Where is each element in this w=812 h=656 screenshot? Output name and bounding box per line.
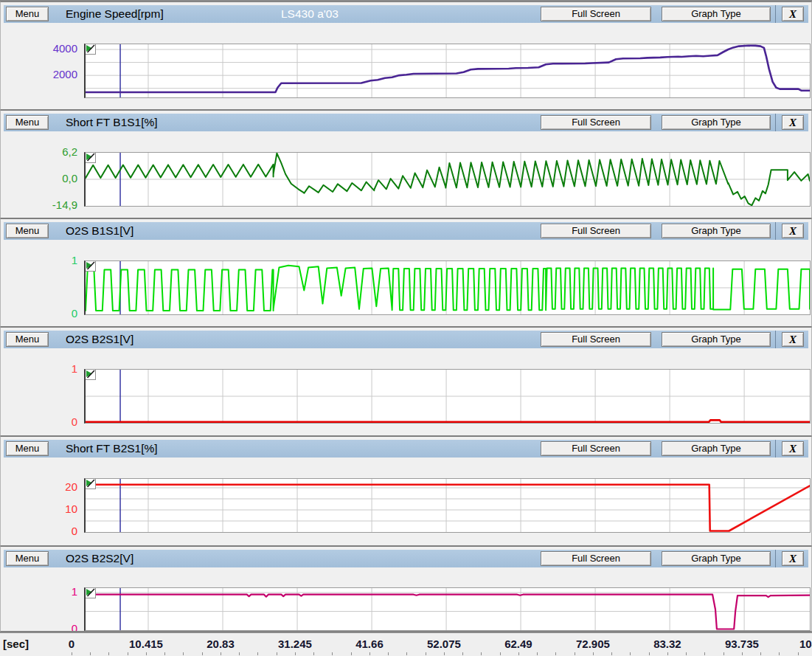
panel-titlebar: MenuO2S B2S1[V]Full ScreenGraph TypeX (4, 331, 808, 348)
y-axis-label: 0 (1, 525, 77, 538)
time-unit-label: [sec] (3, 638, 29, 650)
panel-titlebar: MenuO2S B1S1[V]Full ScreenGraph TypeX (4, 222, 808, 240)
panel-title: O2S B2S2[V] (66, 552, 133, 565)
time-tick-label: 52.075 (414, 638, 473, 650)
y-axis-label: 0 (1, 415, 77, 429)
menu-button[interactable]: Menu (6, 441, 49, 456)
panel-title: Short FT B2S1[%] (66, 442, 158, 455)
time-minor-tick (332, 652, 333, 655)
signal-trace-engine-speed (86, 46, 810, 92)
close-button[interactable]: X (782, 224, 804, 238)
menu-button[interactable]: Menu (6, 7, 49, 21)
time-minor-tick (202, 652, 203, 655)
time-minor-tick (555, 652, 556, 655)
y-axis-label: 1 (1, 362, 77, 376)
plot-area-o2s-b2s2[interactable] (84, 587, 811, 631)
time-minor-tick (146, 652, 147, 655)
time-minor-tick (108, 652, 109, 655)
close-button[interactable]: X (782, 441, 804, 456)
time-minor-tick (518, 652, 519, 655)
close-button[interactable]: X (782, 332, 804, 347)
panel-title: Engine Speed[rpm] (66, 7, 164, 21)
graph-panel-o2s-b1s1: MenuO2S B1S1[V]Full ScreenGraph TypeX10 (0, 218, 812, 327)
time-minor-tick (406, 652, 407, 655)
graph-panel-o2s-b2s1: MenuO2S B2S1[V]Full ScreenGraph TypeX10 (0, 327, 812, 436)
time-minor-tick (630, 652, 631, 655)
close-button[interactable]: X (782, 115, 804, 130)
graph-panel-o2s-b2s2: MenuO2S B2S2[V]Full ScreenGraph TypeX10 (0, 546, 812, 632)
time-tick-label: 62.49 (489, 638, 548, 650)
time-tick-label: 83.32 (638, 638, 697, 650)
panel-titlebar: MenuO2S B2S2[V]Full ScreenGraph TypeX (4, 550, 808, 567)
y-axis-label: 10 (1, 503, 77, 516)
titlebar-separator (775, 331, 776, 348)
full-screen-button[interactable]: Full Screen (541, 441, 651, 456)
time-minor-tick (369, 652, 370, 655)
graph-type-button[interactable]: Graph Type (662, 115, 771, 130)
plot-area-short-ft-b2s1[interactable] (84, 478, 811, 533)
menu-button[interactable]: Menu (6, 224, 49, 238)
full-screen-button[interactable]: Full Screen (541, 551, 651, 566)
graph-type-button[interactable]: Graph Type (662, 224, 771, 238)
graph-type-button[interactable]: Graph Type (662, 7, 771, 21)
time-minor-tick (593, 652, 594, 655)
time-minor-tick (444, 652, 445, 655)
time-minor-tick (164, 652, 165, 655)
time-minor-tick (686, 652, 687, 655)
time-minor-tick (313, 652, 314, 655)
time-minor-tick (779, 652, 780, 655)
trace-drag-handle-icon[interactable] (85, 44, 96, 55)
panel-title: O2S B1S1[V] (66, 224, 133, 238)
titlebar-separator (775, 222, 776, 240)
full-screen-button[interactable]: Full Screen (541, 115, 651, 130)
panel-titlebar: MenuShort FT B2S1[%]Full ScreenGraph Typ… (4, 440, 808, 458)
panel-title: O2S B2S1[V] (66, 333, 133, 346)
trace-drag-handle-icon[interactable] (85, 369, 96, 380)
time-minor-tick (723, 652, 724, 655)
titlebar-separator (775, 114, 776, 131)
full-screen-button[interactable]: Full Screen (541, 332, 651, 347)
menu-button[interactable]: Menu (6, 551, 49, 566)
time-tick-label: 31.245 (266, 638, 325, 650)
menu-button[interactable]: Menu (6, 115, 49, 130)
time-minor-tick (426, 652, 426, 655)
time-minor-tick (537, 652, 538, 655)
time-minor-tick (649, 652, 650, 655)
vehicle-label: LS430 a'03 (281, 7, 339, 21)
close-button[interactable]: X (782, 7, 804, 21)
y-axis-label: 2000 (1, 68, 77, 81)
titlebar-separator (775, 440, 776, 458)
trace-drag-handle-icon[interactable] (85, 587, 96, 598)
time-minor-tick (704, 652, 705, 655)
trace-drag-handle-icon[interactable] (85, 478, 96, 489)
y-axis-label: -14,9 (1, 198, 77, 212)
graph-type-button[interactable]: Graph Type (662, 551, 771, 566)
graph-type-button[interactable]: Graph Type (662, 441, 771, 456)
time-minor-tick (798, 652, 799, 655)
time-tick-label: 10.415 (117, 638, 176, 650)
plot-area-short-ft-b1s1[interactable] (84, 152, 811, 207)
menu-button[interactable]: Menu (6, 332, 49, 347)
panel-titlebar: MenuEngine Speed[rpm]LS430 a'03Full Scre… (4, 5, 808, 23)
time-minor-tick (575, 652, 575, 655)
close-button[interactable]: X (782, 551, 804, 566)
graph-type-button[interactable]: Graph Type (662, 332, 771, 347)
full-screen-button[interactable]: Full Screen (541, 224, 651, 238)
graph-panel-short-ft-b2s1: MenuShort FT B2S1[%]Full ScreenGraph Typ… (0, 436, 812, 546)
time-minor-tick (611, 652, 612, 655)
plot-area-o2s-b1s1[interactable] (84, 260, 811, 315)
full-screen-button[interactable]: Full Screen (541, 7, 651, 21)
plot-area-engine-speed[interactable] (84, 44, 811, 98)
trace-drag-handle-icon[interactable] (85, 260, 96, 272)
signal-trace-o2s-b2s2 (86, 595, 810, 629)
panel-titlebar: MenuShort FT B1S1[%]Full ScreenGraph Typ… (4, 114, 808, 131)
y-axis-label: 4000 (1, 42, 77, 55)
time-minor-tick (295, 652, 296, 655)
trace-drag-handle-icon[interactable] (85, 152, 96, 163)
plot-area-o2s-b2s1[interactable] (84, 369, 811, 424)
y-axis-label: 0 (1, 307, 77, 320)
y-axis-label: 1 (1, 254, 77, 267)
signal-trace-short-ft-b2s1 (86, 485, 810, 531)
time-minor-tick (760, 652, 761, 655)
y-axis-label: 20 (1, 480, 77, 494)
